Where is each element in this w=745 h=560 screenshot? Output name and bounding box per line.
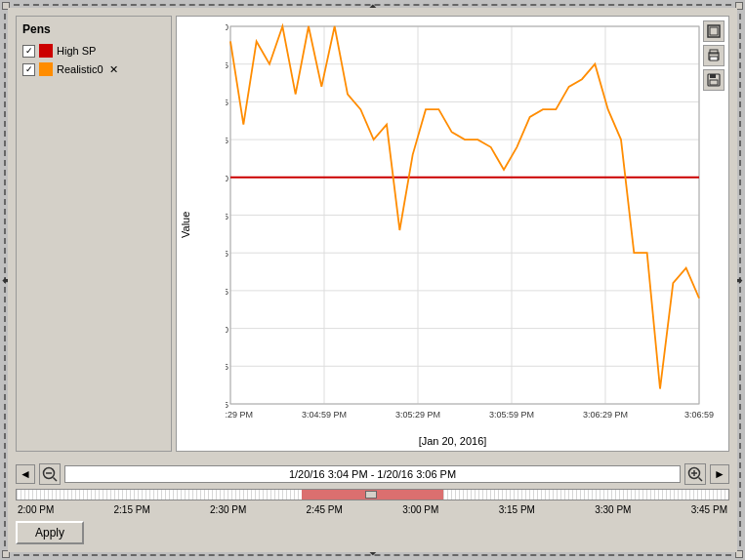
time-tick: 2:30 PM	[210, 504, 246, 515]
legend-color-realistic0	[39, 62, 53, 76]
apply-button[interactable]: Apply	[16, 521, 84, 544]
svg-text:45: 45	[226, 98, 228, 107]
svg-line-45	[54, 478, 58, 482]
time-tick: 3:15 PM	[499, 504, 535, 515]
time-tick: 2:45 PM	[307, 504, 343, 515]
svg-text:3:05:29 PM: 3:05:29 PM	[395, 410, 440, 420]
svg-text:50: 50	[226, 22, 228, 32]
svg-text:3:06:29 PM: 3:06:29 PM	[583, 410, 628, 420]
svg-text:32.5: 32.5	[226, 287, 228, 297]
chart-area: Value 5047.54542.54037.53532.53027.5253:…	[176, 16, 729, 452]
svg-text:35: 35	[226, 249, 228, 259]
legend-checkbox-high-sp[interactable]: ✓	[22, 45, 35, 58]
bottom-controls: ◄ 1/20/16 3:04 PM - 1/20/16 3:06 PM ►	[8, 460, 737, 552]
prev-btn[interactable]: ◄	[16, 464, 35, 484]
svg-text:42.5: 42.5	[226, 136, 228, 145]
svg-text:3:04:29 PM: 3:04:29 PM	[226, 410, 253, 420]
apply-area: Apply	[16, 521, 729, 544]
scroll-dots-right	[443, 490, 728, 500]
time-tick: 3:45 PM	[691, 504, 727, 515]
time-tick: 2:00 PM	[18, 504, 54, 515]
time-tick: 2:15 PM	[114, 504, 150, 515]
zoom-in-btn[interactable]	[684, 463, 706, 485]
svg-rect-7	[710, 80, 718, 85]
x-axis-label: [Jan 20, 2016]	[177, 433, 728, 451]
legend-color-high-sp	[39, 44, 53, 58]
legend-checkbox-realistic0[interactable]: ✓	[22, 63, 35, 76]
y-axis-label: Value	[177, 17, 194, 433]
svg-rect-6	[710, 74, 716, 78]
svg-text:25: 25	[226, 400, 228, 410]
chart-toolbar	[703, 20, 724, 91]
svg-text:3:06:59: 3:06:59	[684, 410, 714, 420]
legend-remove-realistic0[interactable]: ✕	[109, 63, 118, 76]
svg-line-48	[699, 478, 703, 482]
legend-panel: Pens ✓ High SP ✓ Realistic0 ✕	[16, 16, 172, 452]
chart-plot[interactable]: 5047.54542.54037.53532.53027.5253:04:29 …	[226, 17, 728, 433]
svg-text:47.5: 47.5	[226, 60, 228, 70]
svg-text:40: 40	[226, 174, 228, 183]
expand-btn[interactable]	[703, 20, 724, 42]
time-tick: 3:00 PM	[402, 504, 438, 515]
svg-text:30: 30	[226, 325, 228, 335]
scroll-track[interactable]	[16, 489, 729, 500]
chart-wrapper: Value 5047.54542.54037.53532.53027.5253:…	[177, 17, 728, 433]
time-ticks: 2:00 PM2:15 PM2:30 PM2:45 PM3:00 PM3:15 …	[16, 504, 729, 515]
legend-label-high-sp: High SP	[57, 45, 96, 57]
y-axis-ticks	[194, 17, 226, 433]
legend-label-realistic0: Realistic0	[57, 63, 103, 75]
svg-text:3:05:59 PM: 3:05:59 PM	[489, 410, 534, 420]
svg-rect-4	[710, 57, 718, 60]
svg-text:3:04:59 PM: 3:04:59 PM	[302, 410, 347, 420]
time-tick: 3:30 PM	[595, 504, 631, 515]
nav-bar: ◄ 1/20/16 3:04 PM - 1/20/16 3:06 PM ►	[16, 463, 729, 485]
legend-item-high-sp: ✓ High SP	[22, 44, 165, 58]
time-range-label: 1/20/16 3:04 PM - 1/20/16 3:06 PM	[64, 465, 681, 483]
top-area: Pens ✓ High SP ✓ Realistic0 ✕	[8, 8, 737, 460]
zoom-out-btn[interactable]	[39, 463, 61, 485]
chart-svg: 5047.54542.54037.53532.53027.5253:04:29 …	[226, 17, 728, 433]
svg-text:37.5: 37.5	[226, 212, 228, 221]
scroll-dots-left	[17, 490, 302, 500]
scroll-thumb[interactable]	[365, 491, 377, 499]
save-btn[interactable]	[703, 69, 724, 91]
legend-title: Pens	[22, 22, 165, 36]
svg-text:27.5: 27.5	[226, 362, 228, 372]
legend-item-realistic0: ✓ Realistic0 ✕	[22, 62, 165, 76]
svg-rect-1	[710, 27, 718, 35]
next-btn[interactable]: ►	[710, 464, 729, 484]
main-container: Pens ✓ High SP ✓ Realistic0 ✕	[8, 8, 737, 552]
print-btn[interactable]	[703, 45, 724, 66]
